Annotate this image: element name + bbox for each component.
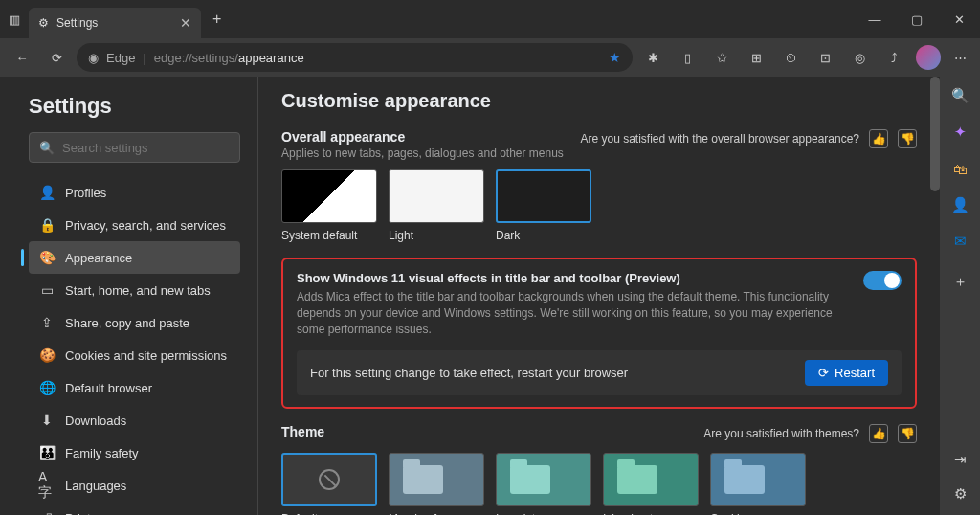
edge-side-bar: 🔍 ✦ 🛍 👤 ✉ ＋ ⇥ ⚙ bbox=[940, 77, 980, 515]
minimize-button[interactable]: — bbox=[854, 0, 896, 38]
vertical-scrollbar[interactable] bbox=[930, 77, 940, 191]
page-title: Customise appearance bbox=[281, 90, 917, 112]
sidebar-item-privacy-search-and-services[interactable]: 🔒Privacy, search, and services bbox=[29, 209, 240, 241]
browser-tab[interactable]: ⚙ Settings ✕ bbox=[29, 8, 201, 38]
theme-icy-mint[interactable]: Icy mint bbox=[496, 453, 591, 515]
theme-preview bbox=[496, 453, 591, 506]
appearance-option-system-default[interactable]: System default bbox=[281, 169, 377, 242]
overall-appearance-title: Overall appearance bbox=[281, 129, 564, 145]
overall-feedback-text: Are you satisfied with the overall brows… bbox=[581, 132, 860, 146]
refresh-button[interactable]: ⟳ bbox=[42, 43, 71, 72]
nav-icon: ▭ bbox=[38, 282, 56, 298]
settings-heading: Settings bbox=[29, 94, 240, 119]
theme-title: Theme bbox=[281, 424, 324, 439]
favorite-star-icon[interactable]: ★ bbox=[609, 50, 621, 65]
tab-title: Settings bbox=[56, 16, 98, 30]
profile-avatar[interactable] bbox=[914, 43, 943, 72]
theme-morning-fog[interactable]: Morning fog bbox=[389, 453, 484, 515]
theme-cool-breeze[interactable]: Cool breeze bbox=[710, 453, 806, 515]
search-sidebar-icon[interactable]: 🔍 bbox=[950, 86, 969, 105]
appearance-preview bbox=[389, 169, 484, 223]
appearance-option-dark[interactable]: Dark bbox=[496, 169, 591, 242]
maximize-button[interactable]: ▢ bbox=[896, 0, 938, 38]
appearance-label: Dark bbox=[496, 229, 591, 242]
appearance-label: Light bbox=[389, 229, 484, 242]
theme-default[interactable]: Default bbox=[281, 453, 377, 515]
close-tab-icon[interactable]: ✕ bbox=[180, 15, 191, 31]
search-input[interactable] bbox=[62, 141, 230, 155]
more-menu-button[interactable]: ⋯ bbox=[948, 51, 972, 65]
restart-button[interactable]: ⟳ Restart bbox=[805, 360, 888, 386]
nav-icon: 🍪 bbox=[38, 347, 56, 363]
add-sidebar-icon[interactable]: ＋ bbox=[950, 272, 969, 291]
thumbs-down-icon[interactable]: 👎 bbox=[898, 129, 917, 148]
appearance-label: System default bbox=[281, 229, 377, 242]
hide-sidebar-icon[interactable]: ⇥ bbox=[950, 450, 969, 469]
nav-icon: 🌐 bbox=[38, 380, 56, 395]
sidebar-item-appearance[interactable]: 🎨Appearance bbox=[29, 241, 240, 274]
folder-icon bbox=[617, 465, 657, 494]
nav-label: Start, home, and new tabs bbox=[65, 283, 211, 298]
tab-favicon: ⚙ bbox=[38, 16, 49, 30]
theme-preview bbox=[389, 453, 484, 506]
mica-setting-card: Show Windows 11 visual effects in title … bbox=[281, 258, 917, 409]
sidebar-item-family-safety[interactable]: 👪Family safety bbox=[29, 437, 240, 469]
sidebar-item-printers[interactable]: 🖨Printers bbox=[29, 502, 240, 515]
nav-label: Default browser bbox=[65, 381, 152, 395]
rewards-icon[interactable]: ◎ bbox=[845, 43, 874, 72]
sidebar-item-languages[interactable]: A字Languages bbox=[29, 469, 240, 502]
folder-icon bbox=[724, 465, 765, 494]
search-settings[interactable]: 🔍 bbox=[29, 132, 240, 163]
new-tab-button[interactable]: + bbox=[201, 11, 233, 28]
sidebar-item-share-copy-and-paste[interactable]: ⇪Share, copy and paste bbox=[29, 306, 240, 339]
nav-label: Appearance bbox=[65, 251, 132, 265]
outlook-icon[interactable]: ✉ bbox=[950, 232, 969, 251]
nav-label: Languages bbox=[65, 479, 126, 493]
apps-icon[interactable]: ⊡ bbox=[811, 43, 839, 72]
settings-sidebar: Settings 🔍 👤Profiles🔒Privacy, search, an… bbox=[0, 77, 258, 515]
extensions-icon[interactable]: ✱ bbox=[638, 43, 667, 72]
folder-icon bbox=[510, 465, 550, 494]
nav-icon: ⬇ bbox=[38, 413, 56, 428]
nav-label: Family safety bbox=[65, 446, 139, 460]
edge-label: Edge bbox=[106, 51, 135, 65]
sidebar-item-profiles[interactable]: 👤Profiles bbox=[29, 176, 240, 209]
thumbs-down-icon[interactable]: 👎 bbox=[898, 424, 917, 443]
discover-icon[interactable]: ✦ bbox=[950, 123, 969, 142]
close-window-button[interactable]: ✕ bbox=[938, 0, 980, 38]
nav-icon: 👪 bbox=[38, 445, 56, 460]
sidebar-settings-icon[interactable]: ⚙ bbox=[950, 484, 969, 504]
thumbs-up-icon[interactable]: 👍 bbox=[869, 129, 888, 148]
sidebar-item-downloads[interactable]: ⬇Downloads bbox=[29, 404, 240, 437]
thumbs-up-icon[interactable]: 👍 bbox=[869, 424, 888, 443]
sidebar-item-start-home-and-new-tabs[interactable]: ▭Start, home, and new tabs bbox=[29, 274, 240, 306]
nav-label: Privacy, search, and services bbox=[65, 218, 226, 233]
split-screen-icon[interactable]: ▯ bbox=[673, 43, 702, 72]
sidebar-item-cookies-and-site-permissions[interactable]: 🍪Cookies and site permissions bbox=[29, 339, 240, 371]
browser-toolbar: ← ⟳ ◉ Edge | edge://settings/appearance … bbox=[0, 38, 980, 77]
search-icon: 🔍 bbox=[39, 141, 55, 155]
theme-preview bbox=[281, 453, 377, 506]
mica-desc: Adds Mica effect to the title bar and to… bbox=[297, 289, 863, 337]
history-icon[interactable]: ⏲ bbox=[776, 43, 805, 72]
contacts-icon[interactable]: 👤 bbox=[950, 195, 969, 214]
theme-island-getaway[interactable]: Island getaway bbox=[603, 453, 699, 515]
favorites-icon[interactable]: ✩ bbox=[707, 43, 736, 72]
back-button[interactable]: ← bbox=[8, 43, 36, 72]
address-bar[interactable]: ◉ Edge | edge://settings/appearance ★ bbox=[77, 43, 633, 72]
mica-toggle[interactable] bbox=[863, 271, 902, 290]
nav-icon: 👤 bbox=[38, 185, 56, 200]
title-bar: ▥ ⚙ Settings ✕ + — ▢ ✕ bbox=[0, 0, 980, 38]
sidebar-item-default-browser[interactable]: 🌐Default browser bbox=[29, 371, 240, 404]
share-icon[interactable]: ⤴ bbox=[880, 43, 908, 72]
collections-icon[interactable]: ⊞ bbox=[742, 43, 770, 72]
tab-actions-icon[interactable]: ▥ bbox=[0, 12, 29, 27]
appearance-option-light[interactable]: Light bbox=[389, 169, 484, 242]
nav-icon: 🔒 bbox=[38, 217, 56, 233]
nav-icon: ⇪ bbox=[38, 315, 56, 330]
shopping-icon[interactable]: 🛍 bbox=[950, 159, 969, 178]
theme-feedback-text: Are you satisfied with themes? bbox=[703, 427, 859, 440]
restart-icon: ⟳ bbox=[818, 366, 829, 380]
url-path: appearance bbox=[238, 51, 304, 65]
restart-message: For this setting change to take effect, … bbox=[310, 366, 628, 380]
